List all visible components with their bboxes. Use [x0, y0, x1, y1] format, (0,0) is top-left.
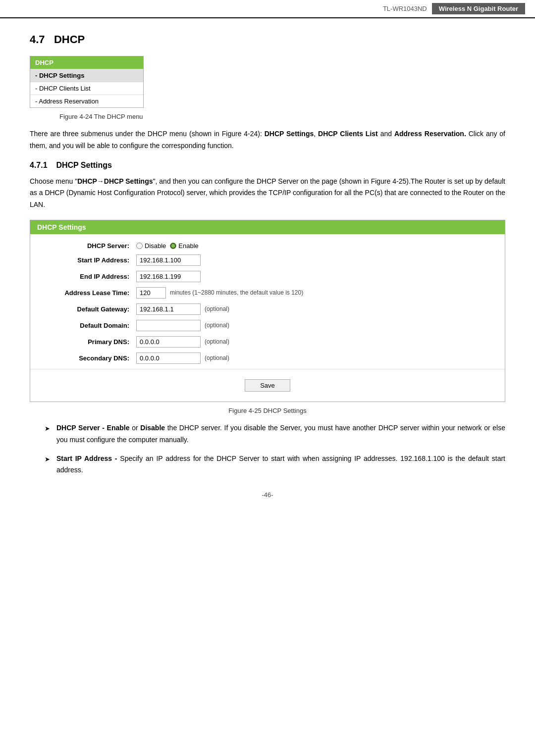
lease-time-value: minutes (1~2880 minutes, the default val… [136, 287, 303, 299]
intro-text: There are three submenus under the DHCP … [30, 128, 505, 152]
page-header: TL-WR1043ND Wireless N Gigabit Router [0, 0, 535, 18]
bullet-item-start-ip: ➤ Start IP Address - Specify an IP addre… [45, 453, 505, 477]
start-ip-value [136, 254, 201, 266]
lease-time-label: Address Lease Time: [40, 289, 129, 297]
secondary-dns-hint: (optional) [205, 354, 229, 361]
secondary-dns-row: Secondary DNS: (optional) [30, 353, 505, 364]
end-ip-label: End IP Address: [40, 273, 129, 280]
primary-dns-value: (optional) [136, 336, 229, 348]
save-button[interactable]: Save [245, 379, 290, 392]
dhcp-settings-intro: Choose menu "DHCP→DHCP Settings", and th… [30, 176, 505, 211]
dhcp-menu-box: DHCP - DHCP Settings - DHCP Clients List… [30, 56, 144, 108]
gateway-hint: (optional) [205, 305, 229, 312]
figure-25-caption: Figure 4-25 DHCP Settings [30, 407, 505, 414]
subsection-number: 4.7.1 [30, 161, 48, 169]
main-content: 4.7 DHCP DHCP - DHCP Settings - DHCP Cli… [0, 18, 535, 513]
product-title: Wireless N Gigabit Router [432, 3, 525, 14]
primary-dns-hint: (optional) [205, 338, 229, 345]
domain-value: (optional) [136, 320, 229, 331]
dhcp-menu-header: DHCP [30, 56, 143, 69]
dhcp-server-value: Disable Enable [136, 242, 199, 250]
end-ip-value [136, 271, 201, 282]
gateway-value: (optional) [136, 303, 229, 315]
gateway-input[interactable] [136, 303, 201, 315]
lease-time-row: Address Lease Time: minutes (1~2880 minu… [30, 287, 505, 299]
domain-hint: (optional) [205, 322, 229, 329]
domain-input[interactable] [136, 320, 201, 331]
enable-radio-label[interactable]: Enable [170, 242, 198, 250]
subsection-title: DHCP Settings [56, 161, 112, 169]
section-number: 4.7 [30, 33, 45, 46]
start-ip-input[interactable] [136, 254, 201, 266]
bullet-arrow-2: ➤ [45, 454, 52, 465]
section-heading: 4.7 DHCP [30, 33, 505, 46]
dhcp-menu-item-clients[interactable]: - DHCP Clients List [30, 82, 143, 95]
dhcp-settings-panel: DHCP Settings DHCP Server: Disable Enabl… [30, 220, 505, 402]
dhcp-server-label: DHCP Server: [40, 242, 129, 250]
end-ip-input[interactable] [136, 271, 201, 282]
secondary-dns-label: Secondary DNS: [40, 354, 129, 362]
secondary-dns-input[interactable] [136, 353, 201, 364]
dhcp-menu-item-settings[interactable]: - DHCP Settings [30, 69, 143, 82]
bullet-arrow-1: ➤ [45, 423, 52, 434]
bullet-text-1: DHCP Server - Enable or Disable the DHCP… [56, 422, 505, 446]
end-ip-row: End IP Address: [30, 271, 505, 282]
start-ip-label: Start IP Address: [40, 256, 129, 264]
primary-dns-label: Primary DNS: [40, 338, 129, 346]
dhcp-menu-item-reservation[interactable]: - Address Reservation [30, 95, 143, 107]
lease-time-input[interactable] [136, 287, 166, 299]
gateway-label: Default Gateway: [40, 305, 129, 313]
figure-24-caption: Figure 4-24 The DHCP menu [59, 113, 505, 120]
primary-dns-input[interactable] [136, 336, 201, 348]
disable-radio-label[interactable]: Disable [136, 242, 166, 250]
enable-radio[interactable] [170, 243, 176, 249]
domain-row: Default Domain: (optional) [30, 320, 505, 331]
subsection-heading: 4.7.1 DHCP Settings [30, 161, 505, 170]
section-title: DHCP [54, 33, 85, 46]
lease-time-hint: minutes (1~2880 minutes, the default val… [170, 289, 303, 296]
settings-panel-body: DHCP Server: Disable Enable Start IP Add… [30, 234, 505, 402]
bullet-text-2: Start IP Address - Specify an IP address… [56, 453, 505, 477]
domain-label: Default Domain: [40, 322, 129, 329]
bullet-list: ➤ DHCP Server - Enable or Disable the DH… [45, 422, 505, 476]
gateway-row: Default Gateway: (optional) [30, 303, 505, 315]
secondary-dns-value: (optional) [136, 353, 229, 364]
disable-radio[interactable] [136, 243, 143, 249]
start-ip-row: Start IP Address: [30, 254, 505, 266]
bullet-item-dhcp-server: ➤ DHCP Server - Enable or Disable the DH… [45, 422, 505, 446]
settings-panel-title: DHCP Settings [30, 220, 505, 234]
dhcp-server-row: DHCP Server: Disable Enable [30, 242, 505, 250]
model-name: TL-WR1043ND [383, 5, 427, 12]
primary-dns-row: Primary DNS: (optional) [30, 336, 505, 348]
settings-divider [30, 369, 505, 369]
save-row: Save [30, 374, 505, 394]
page-number: -46- [30, 491, 505, 499]
